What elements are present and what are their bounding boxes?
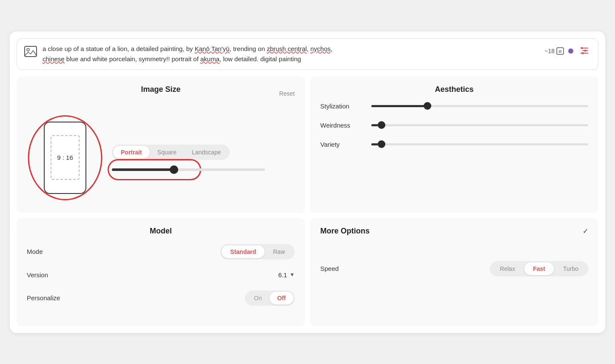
stylization-label: Stylization <box>320 102 371 110</box>
aesthetics-panel: Aesthetics Stylization Weirdness Variety <box>310 77 598 213</box>
model-panel: Model Mode Standard Raw Version 6.1 ▼ Pe… <box>17 218 305 326</box>
purple-dot <box>568 48 573 54</box>
chevron-down-icon: ▼ <box>290 272 295 278</box>
token-count: ~18 ⊞ <box>544 47 564 55</box>
stylization-row: Stylization <box>320 102 588 110</box>
token-icon: ⊞ <box>556 47 564 55</box>
settings-icon <box>579 46 589 56</box>
orientation-controls: Portrait Square Landscape <box>112 145 295 171</box>
version-label: Version <box>27 271 48 279</box>
prompt-term-4: chinese <box>43 55 65 63</box>
size-slider[interactable] <box>112 168 265 171</box>
version-value: 6.1 <box>278 271 287 279</box>
more-options-title: More Options <box>320 227 370 236</box>
prompt-term-5: akuma <box>200 55 219 63</box>
personalize-row: Personalize On Off <box>27 290 295 306</box>
svg-point-1 <box>27 48 29 51</box>
mode-tab-group: Standard Raw <box>220 244 295 259</box>
model-title: Model <box>27 227 295 236</box>
image-size-title-row: Image Size Reset <box>27 85 295 102</box>
content-grid: Image Size Reset 9 : 16 Portrait Square … <box>17 77 598 326</box>
checkmark-icon: ✓ <box>583 227 588 235</box>
version-row: Version 6.1 ▼ <box>27 271 295 279</box>
personalize-toggle-group: On Off <box>245 290 295 306</box>
aesthetics-title: Aesthetics <box>320 85 588 94</box>
svg-text:⊞: ⊞ <box>558 49 562 54</box>
speed-turbo[interactable]: Turbo <box>555 262 587 275</box>
mode-raw[interactable]: Raw <box>265 245 293 258</box>
variety-slider[interactable] <box>371 143 588 145</box>
prompt-term-3: nychos <box>310 45 331 52</box>
speed-tab-group: Relax Fast Turbo <box>490 261 588 276</box>
mode-row: Mode Standard Raw <box>27 244 295 259</box>
more-options-panel: More Options ✓ Speed Relax Fast Turbo <box>310 218 598 326</box>
prompt-meta: ~18 ⊞ <box>544 44 591 59</box>
prompt-term-1: Kanō Tan'yū <box>195 45 230 52</box>
speed-label: Speed <box>320 265 339 272</box>
mode-label: Mode <box>27 248 43 255</box>
prompt-bar: a close up of a statue of a lion, a deta… <box>17 38 598 70</box>
image-size-panel: Image Size Reset 9 : 16 Portrait Square … <box>17 77 305 213</box>
image-size-content: 9 : 16 Portrait Square Landscape <box>27 111 295 205</box>
svg-rect-0 <box>25 46 37 57</box>
settings-icon-button[interactable] <box>578 44 591 59</box>
speed-row: Speed Relax Fast Turbo <box>320 261 588 276</box>
size-slider-wrap <box>112 168 295 171</box>
svg-point-8 <box>584 49 587 51</box>
variety-label: Variety <box>320 141 371 148</box>
svg-point-7 <box>581 47 583 49</box>
personalize-off[interactable]: Off <box>270 292 293 304</box>
image-size-title: Image Size <box>141 85 180 94</box>
prompt-term-2: zbrush central <box>267 45 307 52</box>
personalize-on[interactable]: On <box>246 292 270 304</box>
weirdness-label: Weirdness <box>320 122 371 129</box>
personalize-label: Personalize <box>27 294 60 301</box>
aspect-ratio-display: 9 : 16 <box>51 135 80 180</box>
speed-relax[interactable]: Relax <box>491 262 524 275</box>
phone-preview: 9 : 16 <box>44 122 86 194</box>
main-container: a close up of a statue of a lion, a deta… <box>10 31 605 333</box>
prompt-text: a close up of a statue of a lion, a deta… <box>43 44 539 64</box>
phone-preview-wrap: 9 : 16 <box>27 111 103 205</box>
weirdness-row: Weirdness <box>320 122 588 129</box>
speed-fast[interactable]: Fast <box>524 262 554 275</box>
more-options-header: More Options ✓ <box>320 227 588 236</box>
version-selector[interactable]: 6.1 ▼ <box>278 271 295 279</box>
variety-row: Variety <box>320 141 588 148</box>
weirdness-slider[interactable] <box>371 124 588 126</box>
orientation-square[interactable]: Square <box>150 146 184 159</box>
reset-button[interactable]: Reset <box>279 90 295 97</box>
stylization-slider[interactable] <box>371 105 588 107</box>
orientation-portrait[interactable]: Portrait <box>113 146 150 159</box>
image-icon <box>24 45 37 58</box>
mode-standard[interactable]: Standard <box>222 245 265 258</box>
orientation-landscape[interactable]: Landscape <box>184 146 229 159</box>
svg-point-9 <box>582 52 584 54</box>
orientation-tab-group: Portrait Square Landscape <box>112 145 230 160</box>
